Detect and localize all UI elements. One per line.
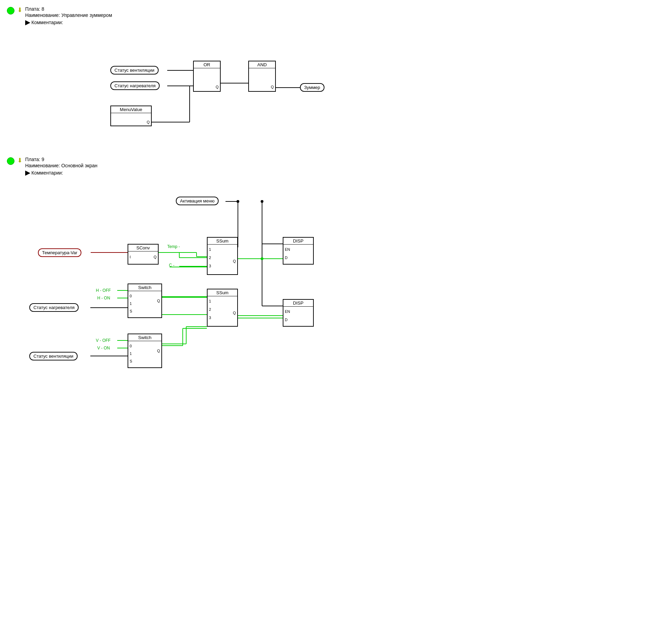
menuvalue-q-port: Q (147, 120, 150, 124)
status-indicator-9 (7, 157, 14, 165)
block-disp2: DISP EN D (283, 299, 314, 327)
diagram-plate-9: Активация меню SSum 1 2 3 Q Temp - C - S… (10, 180, 379, 394)
and-title: AND (249, 61, 275, 68)
disp1-en-port: EN (285, 247, 290, 251)
sort-icon-8: ⬇ (17, 6, 22, 14)
label-v-on: V - ON (97, 346, 110, 350)
menuvalue-title: MenuValue (111, 106, 151, 113)
ssum2-q-port: Q (233, 311, 236, 315)
label-h-off: H - OFF (96, 288, 111, 293)
dot-ssum1-q (261, 257, 263, 260)
plate-label-9: Плата: 9 (25, 157, 44, 162)
block-ssum1: SSum 1 2 3 Q (207, 237, 238, 275)
switch2-q-port: Q (157, 349, 160, 353)
disp2-body: EN D (283, 307, 313, 326)
ssum1-body: 1 2 3 Q (208, 245, 237, 274)
switch2-body: 0 1 S Q (128, 341, 161, 367)
ssum2-port3: 3 (209, 316, 211, 320)
ssum2-port2: 2 (209, 307, 211, 311)
disp2-en-port: EN (285, 309, 290, 314)
ssum1-port1: 1 (209, 247, 211, 251)
plate-label-8: Плата: 8 (25, 6, 44, 12)
switch2-0-port: 0 (130, 344, 132, 348)
input-ventilation-8: Статус вентиляции (110, 66, 159, 75)
block-or: OR Q (193, 61, 221, 92)
and-q-port: Q (271, 85, 274, 89)
switch2-1-port: 1 (130, 351, 132, 356)
switch2-s-port: S (130, 359, 132, 363)
switch1-0-port: 0 (130, 294, 132, 298)
input-heater-8: Статус нагревателя (110, 81, 160, 90)
label-c: C - (169, 263, 174, 268)
input-temperatura: Температура-Var (38, 248, 81, 257)
label-v-off: V - OFF (96, 338, 111, 343)
dot-aktivaciya (237, 200, 239, 203)
diagram-9-lines (10, 180, 379, 394)
sconv-q-port: Q (153, 255, 157, 259)
output-buzzer: Зуммер (300, 83, 324, 92)
name-value-9: Основной экран (61, 163, 98, 168)
switch1-s-port: S (130, 309, 132, 313)
or-title: OR (194, 61, 220, 68)
status-indicator-8 (7, 7, 14, 14)
diagram-9-green-lines (10, 180, 379, 394)
ssum1-port3: 3 (209, 264, 211, 268)
switch1-title: Switch (128, 284, 161, 291)
comments-label-9: Комментарии: (31, 170, 63, 176)
disp2-d-port: D (285, 318, 288, 322)
ssum2-port1: 1 (209, 299, 211, 303)
ssum1-title: SSum (208, 238, 237, 245)
arrow-9: ▶ (25, 169, 30, 177)
menuvalue-body: Q (111, 113, 151, 126)
name-label-9: Наименование: (25, 163, 60, 168)
comments-label-8: Комментарии: (31, 20, 63, 25)
section-plate-9: ⬇ Плата: 9 Наименование: Основной экран … (0, 150, 379, 394)
name-label-8: Наименование: (25, 12, 60, 18)
switch1-q-port: Q (157, 299, 160, 303)
section-plate-8: ⬇ Плата: 8 Наименование: Управление зумм… (0, 0, 379, 140)
disp2-title: DISP (283, 300, 313, 307)
label-temp: Temp - (167, 244, 180, 249)
disp1-d-port: D (285, 256, 288, 260)
block-switch1: Switch 0 1 S Q (128, 284, 162, 318)
diagram-plate-8: Статус вентиляции Статус нагревателя OR … (10, 30, 379, 140)
switch1-body: 0 1 S Q (128, 291, 161, 317)
sconv-i-port: I (130, 255, 131, 259)
arrow-8: ▶ (25, 19, 30, 26)
and-body: Q (249, 68, 275, 91)
block-disp1: DISP EN D (283, 237, 314, 265)
switch1-1-port: 1 (130, 301, 132, 306)
sconv-body: I Q (128, 251, 158, 264)
ssum1-q-port: Q (233, 259, 236, 263)
dot-top-line (261, 200, 263, 203)
disp1-body: EN D (283, 245, 313, 264)
input-ventilation-9: Статус вентиляции (29, 352, 78, 360)
ssum2-body: 1 2 3 Q (208, 296, 237, 326)
label-h-on: H - ON (97, 296, 110, 300)
input-aktivaciya: Активация меню (176, 197, 219, 205)
block-ssum2: SSum 1 2 3 Q (207, 289, 238, 327)
or-body: Q (194, 68, 220, 91)
block-menuvalue: MenuValue Q (110, 106, 152, 126)
input-heater-9: Статус нагревателя (29, 303, 79, 312)
disp1-title: DISP (283, 238, 313, 245)
switch2-title: Switch (128, 334, 161, 341)
sort-icon-9: ⬇ (17, 157, 22, 164)
ssum2-title: SSum (208, 289, 237, 296)
sconv-title: SConv (128, 245, 158, 251)
ssum1-port2: 2 (209, 256, 211, 260)
or-q-port: Q (215, 85, 219, 89)
block-and: AND Q (248, 61, 276, 92)
block-switch2: Switch 0 1 S Q (128, 334, 162, 368)
name-value-8: Управление зуммером (61, 12, 112, 18)
block-sconv: SConv I Q (128, 244, 159, 265)
